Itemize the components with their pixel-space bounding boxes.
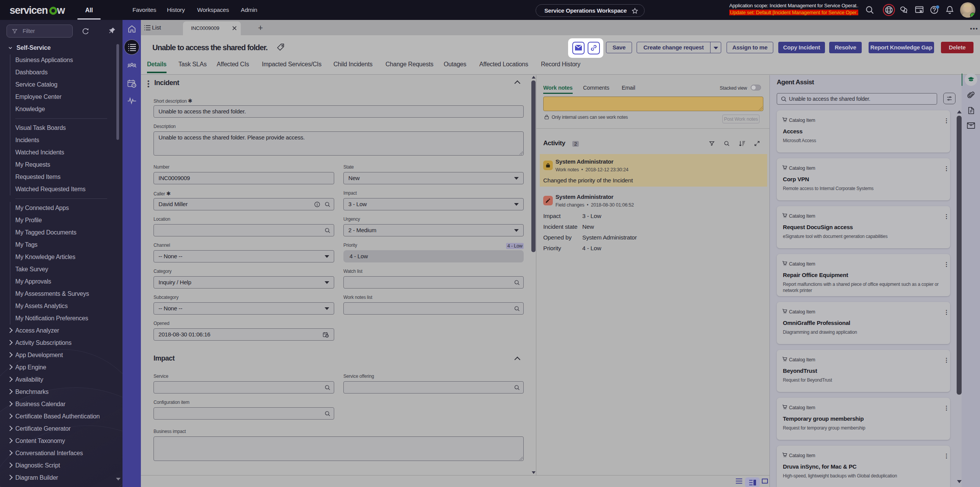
svg-text:w: w [57,5,65,16]
svg-text:servicen: servicen [10,5,47,16]
